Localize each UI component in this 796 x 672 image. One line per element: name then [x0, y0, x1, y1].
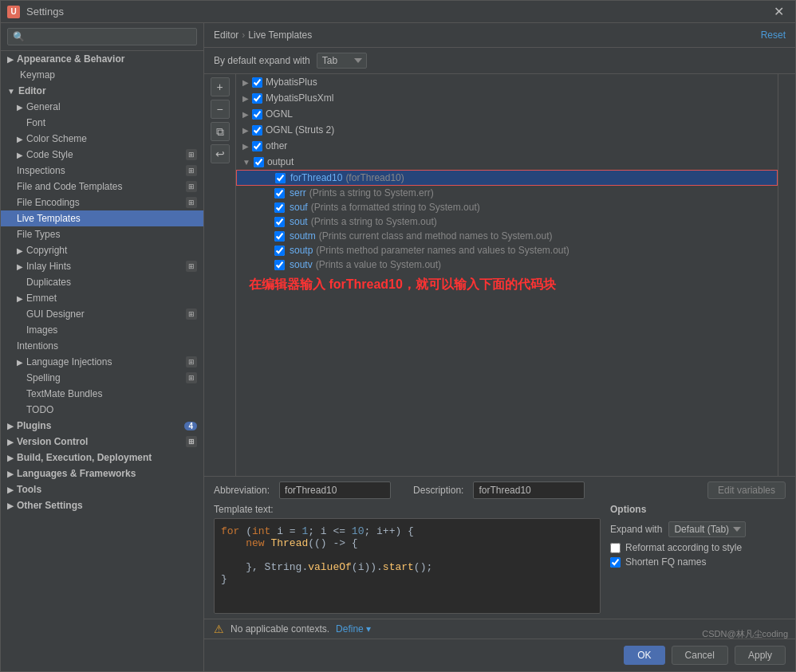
collapse-icon: ▶ [242, 126, 249, 135]
collapse-icon: ▶ [242, 94, 249, 103]
item-checkbox[interactable] [274, 217, 285, 227]
sidebar-item-font[interactable]: Font [1, 115, 203, 131]
apply-button[interactable]: Apply [735, 646, 786, 665]
sidebar-item-build[interactable]: ▶ Build, Execution, Deployment [1, 450, 203, 466]
group-checkbox[interactable] [254, 157, 264, 167]
template-item-soutv[interactable]: soutv (Prints a value to System.out) [236, 257, 778, 272]
template-code-block[interactable]: for (int i = 1; i <= 10; i++) { new Thre… [214, 518, 601, 614]
sidebar-item-intentions[interactable]: Intentions [1, 338, 203, 354]
group-output-header[interactable]: ▼ output [236, 154, 778, 170]
define-link[interactable]: Define ▾ [336, 623, 371, 635]
template-item-soutp[interactable]: soutp (Prints method parameter names and… [236, 243, 778, 257]
sidebar-label: Live Templates [17, 213, 81, 224]
collapse-icon: ▶ [242, 110, 249, 119]
sidebar-item-code-style[interactable]: ▶ Code Style ⊞ [1, 147, 203, 163]
expand-with-select[interactable]: Tab Enter Space [317, 53, 367, 69]
template-item-souf[interactable]: souf (Prints a formatted string to Syste… [236, 200, 778, 214]
sidebar-item-keymap[interactable]: Keymap [1, 67, 203, 83]
sidebar-item-file-code-templates[interactable]: File and Code Templates ⊞ [1, 179, 203, 195]
cancel-button[interactable]: Cancel [672, 646, 728, 665]
sidebar-item-file-encodings[interactable]: File Encodings ⊞ [1, 195, 203, 210]
item-desc-label: (forThread10) [345, 172, 404, 183]
group-checkbox[interactable] [252, 93, 262, 104]
template-item-sout[interactable]: sout (Prints a string to System.out) [236, 214, 778, 229]
sidebar-item-spelling[interactable]: Spelling ⊞ [1, 370, 203, 386]
reset-button[interactable]: Reset [761, 29, 786, 41]
undo-button[interactable]: ↩ [211, 144, 230, 163]
shorten-checkbox[interactable] [610, 557, 621, 568]
sidebar-item-editor[interactable]: ▼ Editor [1, 83, 203, 99]
group-mybatisplusxml-header[interactable]: ▶ MybatisPlusXml [236, 90, 778, 106]
badge-icon: ⊞ [186, 372, 197, 383]
group-ognl-struts: ▶ OGNL (Struts 2) [236, 122, 778, 138]
ok-button[interactable]: OK [624, 646, 664, 665]
sidebar-label: Languages & Frameworks [17, 468, 136, 479]
sidebar-item-duplicates[interactable]: Duplicates [1, 274, 203, 290]
group-output: ▼ output forThread10 (forThread10) [236, 154, 778, 272]
item-checkbox[interactable] [275, 173, 286, 183]
abbreviation-input[interactable] [279, 481, 391, 499]
sidebar-label: Spelling [26, 372, 61, 383]
abbr-desc-row: Abbreviation: Description: Edit variable… [204, 477, 795, 504]
sidebar-label: Language Injections [26, 356, 112, 367]
reformat-checkbox[interactable] [610, 543, 621, 553]
copy-template-button[interactable]: ⧉ [211, 122, 230, 141]
sidebar-item-gui-designer[interactable]: GUI Designer ⊞ [1, 306, 203, 322]
sidebar-item-language-injections[interactable]: ▶ Language Injections ⊞ [1, 354, 203, 370]
template-item-forThread10[interactable]: forThread10 (forThread10) [236, 170, 778, 186]
edit-variables-button[interactable]: Edit variables [707, 481, 786, 499]
sidebar-item-version-control[interactable]: ▶ Version Control ⊞ [1, 434, 203, 450]
sidebar-item-file-types[interactable]: File Types [1, 226, 203, 242]
sidebar: ▶ Appearance & Behavior Keymap ▼ Editor … [1, 23, 204, 671]
arrow-icon: ▶ [17, 262, 23, 271]
item-checkbox[interactable] [274, 202, 285, 213]
item-desc-label: (Prints a value to System.out) [316, 259, 441, 270]
sidebar-item-inspections[interactable]: Inspections ⊞ [1, 163, 203, 179]
group-ognl-struts-header[interactable]: ▶ OGNL (Struts 2) [236, 122, 778, 138]
sidebar-item-emmet[interactable]: ▶ Emmet [1, 290, 203, 306]
group-mybatisplus-header[interactable]: ▶ MybatisPlus [236, 74, 778, 90]
sidebar-item-general[interactable]: ▶ General [1, 99, 203, 115]
options-expand-select[interactable]: Default (Tab) Tab Enter Space [668, 521, 746, 537]
item-checkbox[interactable] [274, 231, 285, 242]
item-desc-label: (Prints a string to System.out) [311, 216, 437, 227]
search-input[interactable] [7, 28, 197, 45]
item-name-label: sout [290, 216, 308, 227]
description-input[interactable] [473, 481, 585, 499]
group-other-header[interactable]: ▶ other [236, 138, 778, 154]
sidebar-item-inlay-hints[interactable]: ▶ Inlay Hints ⊞ [1, 258, 203, 274]
remove-template-button[interactable]: − [211, 100, 230, 119]
group-checkbox[interactable] [252, 77, 262, 88]
template-item-serr[interactable]: serr (Prints a string to System.err) [236, 186, 778, 200]
sidebar-item-copyright[interactable]: ▶ Copyright [1, 242, 203, 258]
reformat-checkbox-row: Reformat according to style [610, 542, 786, 553]
sidebar-item-images[interactable]: Images [1, 322, 203, 338]
sidebar-item-plugins[interactable]: ▶ Plugins 4 [1, 418, 203, 434]
group-checkbox[interactable] [252, 125, 262, 136]
collapse-icon: ▶ [242, 78, 249, 87]
template-item-soutm[interactable]: soutm (Prints current class and method n… [236, 229, 778, 243]
group-ognl-header[interactable]: ▶ OGNL [236, 106, 778, 122]
add-template-button[interactable]: + [211, 77, 230, 96]
collapse-icon: ▼ [242, 158, 250, 167]
item-checkbox[interactable] [274, 246, 285, 256]
sidebar-item-live-templates[interactable]: Live Templates [1, 210, 203, 226]
sidebar-item-textmate[interactable]: TextMate Bundles [1, 386, 203, 402]
sidebar-item-languages[interactable]: ▶ Languages & Frameworks [1, 466, 203, 481]
action-sidebar: + − ⧉ ↩ [204, 74, 236, 476]
sidebar-item-other-settings[interactable]: ▶ Other Settings [1, 497, 203, 513]
sidebar-item-color-scheme[interactable]: ▶ Color Scheme [1, 131, 203, 147]
item-checkbox[interactable] [274, 260, 285, 270]
sidebar-label: Code Style [26, 149, 73, 160]
sidebar-label: Inspections [17, 165, 65, 176]
sidebar-item-appearance[interactable]: ▶ Appearance & Behavior [1, 51, 203, 67]
settings-window: U Settings ✕ ▶ Appearance & Behavior Key… [0, 0, 796, 672]
sidebar-item-tools[interactable]: ▶ Tools [1, 481, 203, 497]
sidebar-item-todo[interactable]: TODO [1, 402, 203, 418]
sidebar-label: Editor [18, 85, 46, 96]
group-checkbox[interactable] [252, 141, 262, 151]
group-checkbox[interactable] [252, 109, 262, 120]
item-checkbox[interactable] [274, 188, 285, 198]
count-badge: 4 [184, 422, 197, 430]
close-button[interactable]: ✕ [769, 2, 789, 21]
